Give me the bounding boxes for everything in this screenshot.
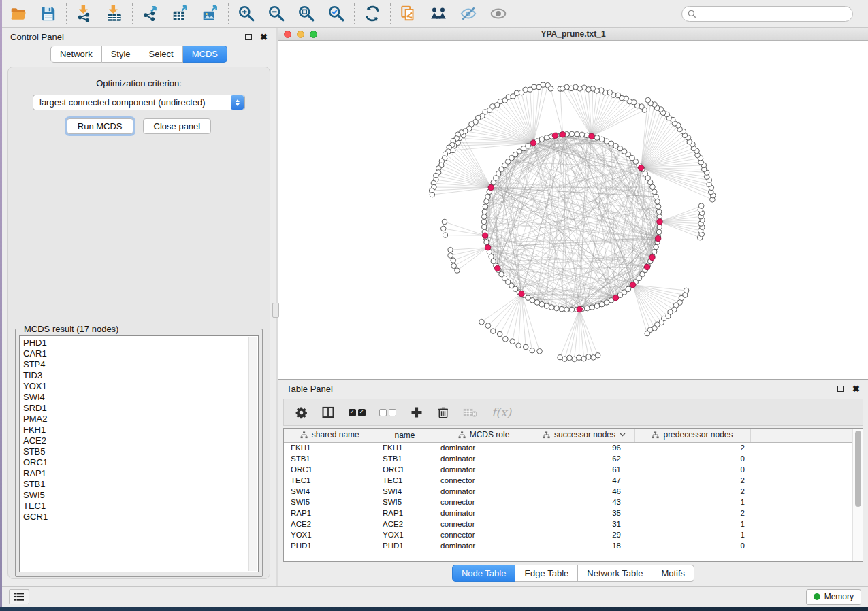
mcds-result-item[interactable]: GCR1	[23, 512, 258, 523]
table-row[interactable]: STB1STB1dominator620	[284, 453, 852, 464]
splitter-grip[interactable]	[272, 303, 279, 318]
delete-column-button[interactable]	[437, 403, 449, 422]
node-table[interactable]: shared namenameMCDS rolesuccessor nodesp…	[283, 428, 863, 562]
show-all-button[interactable]	[489, 4, 508, 23]
mcds-result-item[interactable]: SRD1	[23, 403, 258, 414]
save-session-button[interactable]	[39, 4, 58, 23]
import-network-button[interactable]	[75, 4, 94, 23]
export-table-button[interactable]	[171, 4, 190, 23]
optimization-criterion-select[interactable]: largest connected component (undirected)	[33, 95, 245, 110]
mcds-result-item[interactable]: PHD1	[23, 337, 258, 348]
float-panel-icon[interactable]	[837, 386, 844, 392]
zoom-out-button[interactable]	[267, 4, 286, 23]
mcds-result-item[interactable]: ACE2	[23, 435, 258, 446]
table-row[interactable]: TEC1TEC1connector472	[284, 475, 852, 486]
mcds-result-item[interactable]: RAP1	[23, 468, 258, 479]
mcds-result-list[interactable]: PHD1CAR1STP4TID3YOX1SWI4SRD1PMA2FKH1ACE2…	[19, 335, 259, 572]
tab-motifs[interactable]: Motifs	[652, 565, 694, 582]
table-scrollbar-thumb[interactable]	[855, 431, 861, 507]
export-image-button[interactable]	[201, 4, 220, 23]
network-clone-button[interactable]	[399, 4, 418, 23]
mcds-result-item[interactable]: YOX1	[23, 381, 258, 392]
zoom-out-icon	[268, 5, 285, 22]
hide-selected-button[interactable]	[459, 4, 478, 23]
mcds-result-item[interactable]: ORC1	[23, 457, 258, 468]
tab-select[interactable]: Select	[140, 46, 183, 63]
select-all-button[interactable]	[349, 403, 366, 422]
deselect-all-button[interactable]	[379, 403, 396, 422]
panel-splitter[interactable]	[276, 28, 278, 586]
table-row[interactable]: ORC1ORC1dominator610	[284, 464, 852, 475]
close-panel-button[interactable]: Close panel	[143, 118, 212, 134]
table-row[interactable]: SWI5SWI5connector431	[284, 497, 852, 508]
zoom-selected-button[interactable]	[327, 4, 346, 23]
refresh-layout-icon	[364, 5, 381, 22]
column-header[interactable]: shared name	[284, 429, 376, 442]
import-network-icon	[76, 5, 93, 22]
table-row[interactable]: SWI4SWI4dominator462	[284, 486, 852, 497]
tab-node-table[interactable]: Node Table	[452, 565, 516, 582]
float-panel-icon[interactable]	[245, 34, 252, 40]
table-panel-title: Table Panel	[287, 384, 333, 394]
column-header[interactable]: predecessor nodes	[634, 429, 750, 442]
show-all-icon	[489, 5, 507, 22]
control-panel: Control Panel ✖ Network Style Select MCD…	[2, 28, 276, 586]
tab-edge-table[interactable]: Edge Table	[515, 565, 578, 582]
network-window-titlebar[interactable]: YPA_prune.txt_1	[278, 28, 868, 41]
mcds-result-item[interactable]: TEC1	[23, 501, 258, 512]
tab-style[interactable]: Style	[102, 46, 140, 63]
window-maximize-icon[interactable]	[310, 31, 317, 38]
open-file-button[interactable]	[9, 4, 28, 23]
status-bar: Memory	[2, 586, 868, 607]
network-canvas[interactable]	[278, 41, 868, 379]
table-row[interactable]: YOX1YOX1connector291	[284, 529, 852, 540]
column-layout-button[interactable]	[321, 403, 335, 422]
column-header[interactable]: successor nodes	[534, 429, 634, 442]
function-builder-button[interactable]: f(x)	[492, 403, 511, 422]
close-panel-icon[interactable]: ✖	[852, 384, 860, 393]
mcds-result-item[interactable]: STB5	[23, 446, 258, 457]
network-graph[interactable]	[278, 41, 868, 379]
task-history-button[interactable]	[9, 589, 29, 604]
mcds-result-item[interactable]: TID3	[23, 370, 258, 381]
mcds-list-scrollbar[interactable]	[248, 337, 257, 571]
table-row[interactable]: PHD1PHD1dominator180	[284, 540, 852, 551]
zoom-in-button[interactable]	[237, 4, 256, 23]
mcds-result-item[interactable]: SWI5	[23, 490, 258, 501]
tab-network[interactable]: Network	[50, 46, 102, 63]
tab-mcds[interactable]: MCDS	[183, 46, 227, 63]
add-column-button[interactable]	[410, 403, 423, 422]
search-box[interactable]	[681, 6, 853, 22]
search-input[interactable]	[700, 9, 836, 18]
cytoscape-window: Control Panel ✖ Network Style Select MCD…	[2, 0, 868, 607]
memory-button[interactable]: Memory	[806, 589, 861, 605]
close-panel-icon[interactable]: ✖	[260, 33, 268, 42]
import-table-button[interactable]	[105, 4, 124, 23]
mcds-result-item[interactable]: SWI4	[23, 392, 258, 403]
export-network-button[interactable]	[141, 4, 160, 23]
gear-button[interactable]	[295, 403, 308, 422]
table-scrollbar[interactable]	[852, 429, 863, 561]
column-header[interactable]: name	[376, 429, 434, 442]
table-row[interactable]: RAP1RAP1dominator352	[284, 508, 852, 518]
run-mcds-button[interactable]: Run MCDS	[67, 118, 133, 134]
first-neighbors-button[interactable]	[429, 4, 448, 23]
hide-selected-icon	[460, 5, 477, 22]
mcds-result-item[interactable]: FKH1	[23, 425, 258, 435]
window-close-icon[interactable]	[284, 31, 291, 38]
mcds-result-item[interactable]: PMA2	[23, 414, 258, 425]
refresh-layout-button[interactable]	[363, 4, 382, 23]
table-row[interactable]: FKH1FKH1dominator962	[284, 442, 852, 453]
window-minimize-icon[interactable]	[297, 31, 304, 38]
network-view-window: YPA_prune.txt_1	[278, 28, 868, 380]
delete-table-button[interactable]	[463, 403, 478, 422]
mcds-result-item[interactable]: STP4	[23, 359, 258, 370]
table-row[interactable]: ACE2ACE2connector311	[284, 518, 852, 529]
tab-network-table[interactable]: Network Table	[578, 565, 652, 582]
zoom-fit-button[interactable]	[297, 4, 316, 23]
column-header[interactable]: MCDS role	[434, 429, 534, 442]
export-image-icon	[202, 5, 219, 22]
mcds-result-item[interactable]: STB1	[23, 479, 258, 490]
column-layout-icon	[321, 406, 335, 419]
mcds-result-item[interactable]: CAR1	[23, 348, 258, 359]
